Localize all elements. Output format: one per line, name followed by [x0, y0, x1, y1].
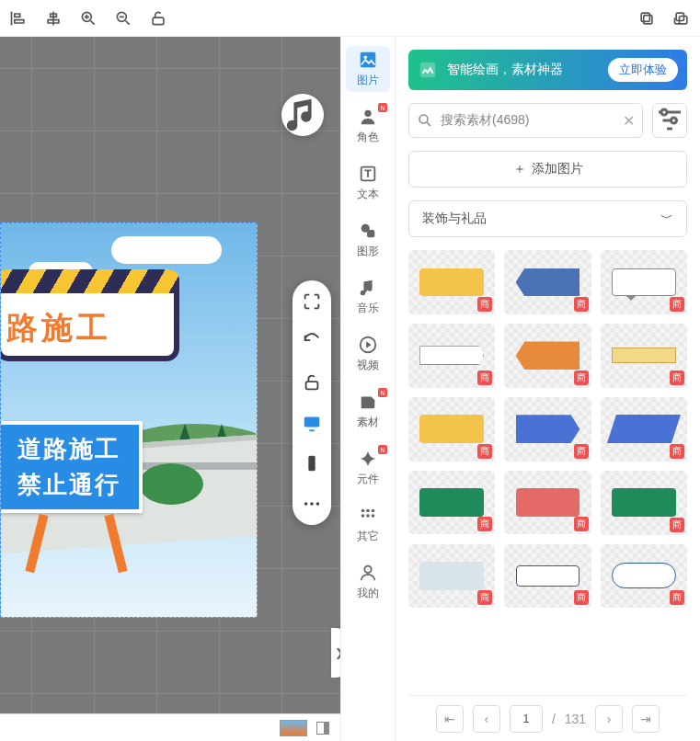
- material-icon: [358, 392, 378, 412]
- nav-item-image[interactable]: 图片: [346, 46, 390, 92]
- asset-item[interactable]: 商: [504, 471, 591, 535]
- construction-sign[interactable]: 路施工: [0, 269, 179, 361]
- asset-item[interactable]: 商: [408, 250, 495, 314]
- clear-icon[interactable]: ✕: [623, 112, 635, 130]
- svg-point-12: [316, 502, 320, 506]
- asset-item[interactable]: 商: [408, 324, 495, 388]
- nav-item-text[interactable]: 文本: [346, 160, 390, 206]
- asset-item[interactable]: 商: [504, 250, 591, 314]
- nav-label: 我的: [357, 586, 379, 601]
- commercial-badge: 商: [477, 517, 492, 531]
- canvas-area[interactable]: 路施工 道路施工 禁止通行 ❯: [0, 37, 340, 741]
- svg-point-26: [364, 566, 371, 573]
- asset-item[interactable]: 商: [601, 544, 687, 609]
- add-image-label: 添加图片: [532, 161, 583, 177]
- fullscreen-icon[interactable]: [302, 291, 322, 312]
- page-input[interactable]: [510, 705, 543, 733]
- commercial-badge: 商: [574, 370, 589, 385]
- asset-item[interactable]: 商: [601, 250, 687, 314]
- nav-label: 其它: [357, 529, 379, 544]
- align-center-icon[interactable]: [44, 9, 63, 28]
- unlock-icon[interactable]: [302, 372, 322, 393]
- page-sep: /: [552, 712, 556, 726]
- road-closed-sign[interactable]: 道路施工 禁止通行: [0, 421, 143, 513]
- asset-item[interactable]: 商: [504, 397, 591, 462]
- zoom-out-icon[interactable]: [114, 9, 132, 28]
- plus-icon: ＋: [513, 161, 526, 177]
- rotate-icon[interactable]: [302, 332, 322, 352]
- filter-button[interactable]: [652, 103, 687, 138]
- add-image-button[interactable]: ＋ 添加图片: [408, 151, 687, 188]
- assets-panel: 智能绘画，素材神器 立即体验 搜索素材(4698) ✕ ＋ 添加图片 装饰与礼品…: [396, 37, 700, 741]
- nav-item-role[interactable]: 角色N: [346, 103, 390, 149]
- align-left-icon[interactable]: [9, 9, 28, 28]
- commercial-badge: 商: [670, 297, 684, 312]
- mobile-icon[interactable]: [302, 453, 322, 473]
- commercial-badge: 商: [477, 590, 492, 605]
- asset-item[interactable]: 商: [601, 397, 687, 462]
- asset-item[interactable]: 商: [408, 471, 495, 535]
- nav-item-shape[interactable]: 图形: [346, 217, 390, 263]
- page-next-button[interactable]: ›: [595, 705, 623, 733]
- search-input[interactable]: 搜索素材(4698) ✕: [408, 103, 643, 138]
- nav-item-mine[interactable]: 我的: [346, 559, 390, 605]
- nav-label: 元件: [357, 472, 379, 487]
- commercial-badge: 商: [670, 370, 684, 385]
- asset-item[interactable]: 商: [601, 324, 687, 388]
- asset-item[interactable]: 商: [408, 544, 495, 609]
- page-thumbnail[interactable]: [280, 720, 307, 736]
- copy-group-icon[interactable]: [672, 9, 691, 28]
- nav-item-component[interactable]: 元件N: [346, 445, 390, 491]
- desktop-icon[interactable]: [302, 413, 322, 433]
- page-first-button[interactable]: ⇤: [436, 705, 464, 733]
- commercial-badge: 商: [670, 444, 684, 459]
- top-toolbar: [0, 0, 700, 37]
- nav-item-music[interactable]: 音乐: [346, 274, 390, 320]
- more-icon[interactable]: [302, 494, 322, 514]
- shape-icon: [358, 221, 378, 241]
- zoom-in-icon[interactable]: [79, 9, 98, 28]
- svg-point-23: [361, 514, 365, 518]
- svg-point-15: [364, 110, 371, 117]
- commercial-badge: 商: [477, 444, 492, 459]
- svg-point-20: [361, 509, 365, 513]
- nav-item-other[interactable]: 其它: [346, 502, 390, 548]
- music-icon: [358, 278, 378, 298]
- asset-item[interactable]: 商: [504, 324, 591, 388]
- category-select[interactable]: 装饰与礼品 ﹀: [408, 200, 687, 237]
- category-selected: 装饰与礼品: [422, 211, 487, 227]
- expand-panel-tab[interactable]: ❯: [331, 628, 340, 678]
- commercial-badge: 商: [670, 518, 684, 532]
- asset-item[interactable]: 商: [601, 471, 687, 535]
- nav-item-video[interactable]: 视频: [346, 331, 390, 377]
- text-icon: [358, 164, 378, 184]
- new-badge: N: [378, 103, 387, 112]
- layout-toggle-icon[interactable]: [316, 722, 329, 735]
- unlock-icon[interactable]: [149, 9, 167, 28]
- svg-point-21: [366, 509, 370, 513]
- svg-point-24: [366, 514, 370, 518]
- promo-cta-button[interactable]: 立即体验: [608, 58, 678, 82]
- nav-item-material[interactable]: 素材N: [346, 388, 390, 434]
- svg-rect-27: [420, 63, 436, 78]
- nav-label: 图形: [357, 244, 379, 259]
- svg-rect-9: [308, 456, 315, 472]
- commercial-badge: 商: [670, 590, 684, 605]
- page-prev-button[interactable]: ‹: [473, 705, 500, 733]
- new-badge: N: [378, 388, 387, 397]
- selected-artboard[interactable]: 路施工 道路施工 禁止通行: [0, 222, 258, 618]
- asset-item[interactable]: 商: [408, 397, 495, 462]
- svg-rect-4: [641, 13, 649, 21]
- sign-text: 路施工: [1, 301, 174, 356]
- nav-label: 视频: [357, 358, 379, 373]
- promo-banner[interactable]: 智能绘画，素材神器 立即体验: [408, 50, 687, 90]
- svg-point-29: [661, 109, 667, 115]
- copy-icon[interactable]: [637, 9, 656, 28]
- asset-item[interactable]: 商: [504, 544, 591, 609]
- svg-point-25: [372, 514, 375, 518]
- svg-rect-2: [153, 17, 164, 24]
- canvas-side-toolbar: ❯: [293, 280, 331, 525]
- page-last-button[interactable]: ⇥: [632, 705, 660, 733]
- svg-point-22: [372, 509, 375, 513]
- music-fab[interactable]: [281, 94, 324, 136]
